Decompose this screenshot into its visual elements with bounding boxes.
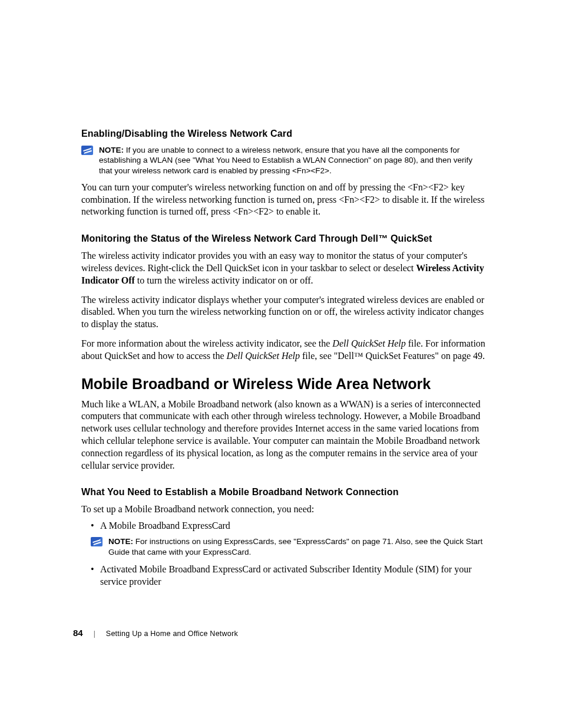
note-body: For instructions on using ExpressCards, … bbox=[108, 537, 482, 556]
text-run: file, see "Dell™ QuickSet Features" on p… bbox=[300, 351, 485, 361]
body-paragraph: For more information about the wireless … bbox=[81, 338, 488, 363]
footer-separator: | bbox=[94, 630, 95, 638]
section-heading-mobile-broadband: Mobile Broadband or Wireless Wide Area N… bbox=[81, 375, 488, 393]
note-text: NOTE: If you are unable to connect to a … bbox=[99, 145, 488, 176]
note-label: NOTE: bbox=[99, 146, 124, 154]
page-content: Enabling/Disabling the Wireless Network … bbox=[81, 129, 488, 592]
footer-title: Setting Up a Home and Office Network bbox=[106, 630, 238, 638]
body-paragraph: You can turn your computer's wireless ne… bbox=[81, 182, 488, 218]
text-run: For more information about the wireless … bbox=[81, 338, 332, 348]
body-paragraph: To set up a Mobile Broadband network con… bbox=[81, 503, 488, 516]
subsection-heading-monitoring-status: Monitoring the Status of the Wireless Ne… bbox=[81, 233, 488, 244]
page-number: 84 bbox=[73, 628, 83, 638]
note-text: NOTE: For instructions on using ExpressC… bbox=[108, 536, 488, 557]
note-block: NOTE: For instructions on using ExpressC… bbox=[81, 536, 488, 557]
italic-text: Dell QuickSet Help bbox=[332, 338, 405, 348]
subsection-heading-what-you-need: What You Need to Establish a Mobile Broa… bbox=[81, 487, 488, 498]
note-icon bbox=[81, 146, 93, 155]
body-paragraph: The wireless activity indicator provides… bbox=[81, 250, 488, 286]
page-footer: 84 | Setting Up a Home and Office Networ… bbox=[73, 628, 485, 638]
list-item: A Mobile Broadband ExpressCard bbox=[100, 519, 488, 532]
note-icon bbox=[91, 537, 103, 546]
note-label: NOTE: bbox=[108, 537, 133, 546]
body-paragraph: Much like a WLAN, a Mobile Broadband net… bbox=[81, 398, 488, 472]
list-item: Activated Mobile Broadband ExpressCard o… bbox=[100, 563, 488, 588]
body-paragraph: The wireless activity indicator displays… bbox=[81, 294, 488, 331]
bullet-list: Activated Mobile Broadband ExpressCard o… bbox=[81, 563, 488, 588]
note-body: If you are unable to connect to a wirele… bbox=[99, 146, 472, 175]
subsection-heading-enabling-disabling: Enabling/Disabling the Wireless Network … bbox=[81, 129, 488, 139]
italic-text: Dell QuickSet Help bbox=[227, 351, 300, 361]
bullet-list: A Mobile Broadband ExpressCard bbox=[81, 519, 488, 532]
text-run: to turn the wireless activity indicator … bbox=[135, 275, 313, 285]
note-block: NOTE: If you are unable to connect to a … bbox=[81, 145, 488, 176]
text-run: The wireless activity indicator provides… bbox=[81, 251, 467, 273]
